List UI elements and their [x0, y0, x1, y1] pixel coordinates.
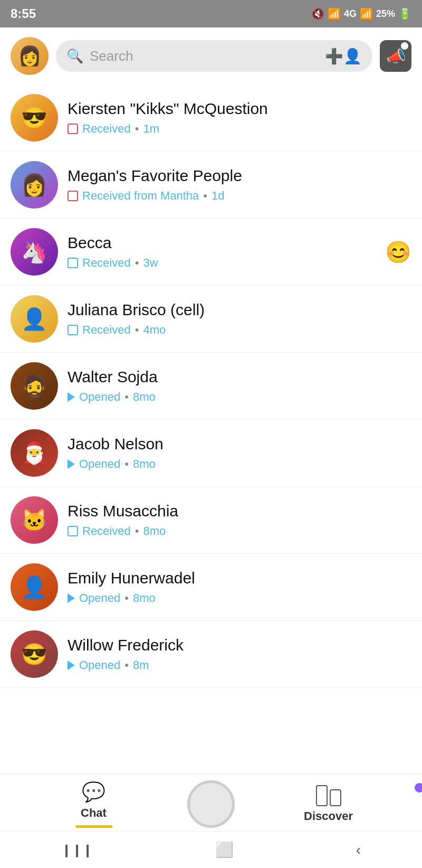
- chat-nav-indicator: [75, 825, 112, 828]
- chat-nav-label: Chat: [81, 806, 107, 820]
- status-text: Opened: [79, 591, 120, 605]
- opened-icon: [68, 459, 75, 469]
- search-input[interactable]: Search: [90, 48, 319, 64]
- discover-nav-icon: [316, 785, 341, 806]
- opened-icon: [68, 661, 75, 670]
- network-label: 4G: [344, 8, 357, 20]
- chat-time: 1m: [143, 122, 159, 136]
- chat-info: Megan's Favorite PeopleReceived from Man…: [68, 167, 411, 203]
- chat-time: 8m: [133, 658, 149, 672]
- user-avatar[interactable]: 👩: [11, 37, 49, 75]
- chat-info: Jacob NelsonOpened•8mo: [68, 435, 411, 471]
- discover-nav-label: Discover: [304, 809, 353, 823]
- chat-info: Willow FrederickOpened•8m: [68, 636, 411, 672]
- dot-separator: •: [203, 189, 207, 203]
- android-back-button[interactable]: ❙❙❙: [61, 843, 93, 857]
- chat-item[interactable]: 🐱Riss MusacchiaReceived•8mo: [0, 487, 422, 554]
- chat-list: 😎Kiersten "Kikks" McQuestionReceived•1m👩…: [0, 84, 422, 688]
- chat-name: Jacob Nelson: [68, 435, 411, 453]
- chat-info: Juliana Brisco (cell)Received•4mo: [68, 301, 411, 337]
- dot-separator: •: [135, 524, 139, 538]
- wifi-icon: 📶: [328, 7, 341, 20]
- opened-icon: [68, 392, 75, 402]
- chat-status: Received•1m: [68, 122, 411, 136]
- chat-info: Riss MusacchiaReceived•8mo: [68, 502, 411, 538]
- nav-chat[interactable]: 💬 Chat: [0, 781, 187, 828]
- status-time: 8:55: [11, 6, 36, 21]
- chat-status: Received from Mantha•1d: [68, 189, 411, 203]
- status-text: Opened: [79, 457, 120, 471]
- chat-time: 4mo: [143, 323, 166, 337]
- chat-info: BeccaReceived•3w: [68, 234, 411, 270]
- chat-time: 8mo: [133, 457, 156, 471]
- status-text: Received: [82, 323, 131, 337]
- add-friend-button[interactable]: ➕👤: [325, 48, 362, 65]
- search-icon: 🔍: [66, 48, 83, 64]
- dot-separator: •: [135, 256, 139, 270]
- bottom-nav: 💬 Chat Discover: [0, 773, 422, 831]
- received-red-icon: [68, 124, 78, 134]
- android-home-button[interactable]: ⬜: [215, 841, 234, 858]
- chat-name: Kiersten "Kikks" McQuestion: [68, 100, 411, 118]
- chat-item[interactable]: 👩Megan's Favorite PeopleReceived from Ma…: [0, 152, 422, 219]
- chat-avatar: 👤: [11, 563, 58, 611]
- chat-info: Walter SojdaOpened•8mo: [68, 368, 411, 404]
- android-recent-button[interactable]: ‹: [356, 842, 361, 858]
- chat-time: 3w: [143, 256, 158, 270]
- received-blue-icon: [68, 325, 78, 335]
- received-blue-icon: [68, 258, 78, 268]
- received-red-icon: [68, 191, 78, 201]
- chat-avatar: 🎅: [11, 429, 58, 477]
- header: 👩 🔍 Search ➕👤 📣: [0, 27, 422, 84]
- dot-separator: •: [124, 457, 129, 471]
- chat-item[interactable]: 😎Willow FrederickOpened•8m: [0, 621, 422, 688]
- chat-item[interactable]: 🎅Jacob NelsonOpened•8mo: [0, 420, 422, 487]
- search-bar[interactable]: 🔍 Search ➕👤: [56, 40, 372, 72]
- chat-time: 8mo: [133, 390, 156, 404]
- chat-item[interactable]: 👤Juliana Brisco (cell)Received•4mo: [0, 286, 422, 353]
- android-nav-bar: ❙❙❙ ⬜ ‹: [0, 831, 422, 868]
- battery-icon: 🔋: [398, 7, 411, 20]
- signal-icon: 📶: [360, 7, 373, 20]
- chat-avatar: 👤: [11, 295, 58, 343]
- status-bar: 8:55 🔇 📶 4G 📶 25% 🔋: [0, 0, 422, 27]
- chat-nav-icon: 💬: [82, 781, 106, 803]
- snap-button[interactable]: [187, 780, 235, 828]
- chat-time: 8mo: [143, 524, 166, 538]
- chat-item[interactable]: 🦄BeccaReceived•3w😊: [0, 219, 422, 286]
- chat-time: 8mo: [133, 591, 156, 605]
- chat-item[interactable]: 🧔Walter SojdaOpened•8mo: [0, 353, 422, 420]
- dot-separator: •: [124, 591, 129, 605]
- status-text: Opened: [79, 390, 120, 404]
- chat-emoji: 😊: [385, 240, 411, 265]
- chat-status: Received•4mo: [68, 323, 411, 337]
- chat-status: Opened•8mo: [68, 457, 411, 471]
- chat-item[interactable]: 😎Kiersten "Kikks" McQuestionReceived•1m: [0, 84, 422, 152]
- battery-level: 25%: [376, 8, 395, 20]
- chat-name: Becca: [68, 234, 411, 252]
- notification-button[interactable]: 📣: [380, 40, 411, 72]
- status-icons: 🔇 📶 4G 📶 25% 🔋: [311, 7, 411, 20]
- mute-icon: 🔇: [311, 7, 324, 20]
- chat-time: 1d: [212, 189, 224, 203]
- status-text: Received from Mantha: [82, 189, 199, 203]
- chat-info: Emily HunerwadelOpened•8mo: [68, 569, 411, 605]
- chat-info: Kiersten "Kikks" McQuestionReceived•1m: [68, 100, 411, 136]
- dot-separator: •: [135, 323, 139, 337]
- chat-avatar: 🐱: [11, 496, 58, 544]
- opened-icon: [68, 593, 75, 603]
- chat-item[interactable]: 👤Emily HunerwadelOpened•8mo: [0, 554, 422, 621]
- chat-name: Willow Frederick: [68, 636, 411, 654]
- status-text: Received: [82, 256, 131, 270]
- status-text: Opened: [79, 658, 120, 672]
- received-blue-icon: [68, 526, 78, 536]
- nav-discover[interactable]: Discover: [235, 785, 422, 823]
- chat-name: Riss Musacchia: [68, 502, 411, 520]
- chat-avatar: 🦄: [11, 228, 58, 276]
- dot-separator: •: [124, 390, 129, 404]
- chat-status: Opened•8mo: [68, 390, 411, 404]
- chat-avatar: 😎: [11, 94, 58, 141]
- chat-status: Received•8mo: [68, 524, 411, 538]
- chat-name: Walter Sojda: [68, 368, 411, 386]
- chat-name: Emily Hunerwadel: [68, 569, 411, 587]
